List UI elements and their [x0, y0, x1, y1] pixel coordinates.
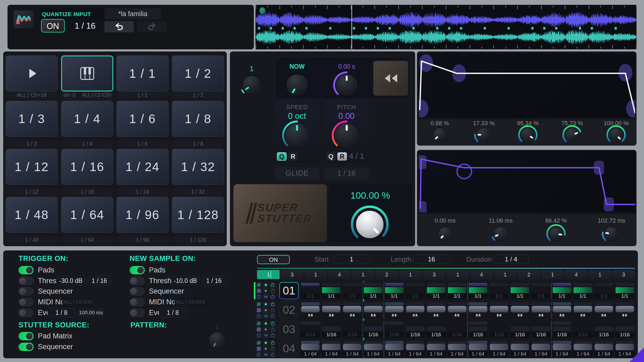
step-count-cell[interactable]: 1 [305, 270, 327, 279]
offset-knob[interactable] [331, 70, 362, 100]
clipboard-icon[interactable] [270, 346, 275, 351]
step-count-cell[interactable]: 4 [328, 270, 351, 279]
pad-1/48[interactable]: 1 / 48 [6, 197, 58, 233]
trigger-field[interactable]: 1 / 8 [47, 308, 75, 317]
pattern-row-number[interactable]: 02 [279, 301, 299, 319]
sequencer-cell[interactable]: 1/16 [384, 321, 404, 338]
sequencer-cell[interactable]: 1/16 [510, 321, 530, 338]
start-field[interactable]: 1 [333, 255, 370, 264]
step-count-cell[interactable]: 1 [589, 270, 611, 279]
pattern-knob[interactable] [204, 328, 230, 353]
sequencer-cell[interactable]: 1 / 64 [510, 340, 530, 357]
speed-relative-button[interactable]: R [288, 152, 298, 161]
pad-1/16[interactable]: 1 / 16 [61, 149, 113, 185]
pad-1/1[interactable]: 1 / 1 [116, 56, 169, 91]
bars-icon[interactable] [263, 352, 268, 357]
trigger-toggle-midi-notes[interactable] [19, 298, 34, 306]
sequencer-cell[interactable] [615, 301, 635, 319]
trigger-toggle-pads[interactable] [19, 266, 34, 274]
speed-quantize-button[interactable]: Q [277, 152, 287, 161]
step-count-cell[interactable]: 4 [470, 270, 493, 279]
sequencer-cell[interactable]: 1/16 [321, 321, 341, 338]
bars-icon[interactable] [263, 333, 268, 338]
sequencer-cell[interactable]: 1 / 64 [468, 340, 488, 357]
trigger-field[interactable]: 1 / 16 [88, 276, 111, 285]
duration-field[interactable]: 1 / 4 [493, 255, 529, 264]
sequencer-cell[interactable]: 1/16 [300, 321, 320, 338]
glide-button[interactable]: GLIDE [275, 167, 319, 179]
newsample-field[interactable]: 1 / 16 [202, 276, 225, 285]
sequencer-cell[interactable]: 1/1 [531, 282, 551, 299]
step-count-cell[interactable]: 3 [423, 270, 445, 279]
sequencer-cell[interactable]: 1/1 [594, 282, 614, 299]
sequencer-cell[interactable]: 1 / 64 [489, 340, 509, 357]
newsample-toggle-pads[interactable] [130, 266, 145, 274]
circle-icon[interactable] [263, 282, 268, 287]
sequencer-cell[interactable]: 1/16 [594, 321, 614, 338]
sequencer-cell[interactable]: 1/16 [552, 321, 572, 338]
env-knob[interactable] [472, 123, 495, 146]
length-field[interactable]: 16 [413, 255, 450, 264]
trigger-field[interactable]: -30.0 dB [57, 276, 85, 285]
play-icon[interactable] [263, 288, 268, 293]
envelope-handle[interactable] [419, 155, 427, 169]
pad-1/128[interactable]: 1 / 128 [172, 197, 224, 233]
sequencer-cell[interactable]: 1/1 [321, 282, 341, 299]
sequencer-cell[interactable] [594, 301, 614, 319]
sequencer-cell[interactable] [573, 301, 593, 319]
play-icon[interactable] [263, 307, 268, 313]
copy-icon[interactable] [256, 340, 261, 345]
pad-1/32[interactable]: 1 / 32 [172, 149, 224, 185]
step-count-cell[interactable]: 4 [565, 270, 587, 279]
sequencer-cell[interactable] [384, 301, 404, 319]
sequencer-cell[interactable]: 1/1 [300, 282, 320, 299]
undo-button[interactable] [104, 21, 134, 32]
trigger-toggle-threshold[interactable] [19, 277, 34, 285]
pad-1/96[interactable]: 1 / 96 [116, 197, 169, 233]
clipboard-icon[interactable] [270, 333, 275, 338]
play-icon[interactable] [263, 346, 268, 351]
clipboard-icon[interactable] [270, 294, 275, 299]
sequencer-cell[interactable]: 1 / 64 [342, 340, 362, 357]
preset-name-display[interactable]: *la familia [104, 8, 161, 19]
sequencer-cell[interactable]: 1/16 [405, 321, 425, 338]
sequencer-cell[interactable]: 1 / 64 [531, 340, 551, 357]
circle-icon[interactable] [263, 301, 268, 307]
plugin-logo-tile[interactable] [14, 10, 34, 28]
clipboard-icon[interactable] [256, 313, 261, 319]
env-knob[interactable] [605, 123, 628, 146]
redo-button[interactable] [137, 21, 167, 32]
sequencer-cell[interactable]: 1 / 64 [594, 340, 614, 357]
envelope-view-bottom[interactable] [419, 151, 635, 212]
step-count-cell[interactable]: 1 [399, 270, 422, 279]
dice-icon[interactable] [256, 288, 261, 293]
sequencer-cell[interactable]: 1/16 [573, 321, 593, 338]
sequencer-cell[interactable] [426, 301, 446, 319]
newsample-field[interactable]: 1 / 8 [159, 308, 187, 317]
quantize-division-button[interactable]: 1 / 16 [68, 19, 102, 32]
sequencer-cell[interactable] [510, 301, 530, 319]
copy-icon[interactable] [256, 282, 261, 287]
newsample-toggle-midi-notes[interactable] [130, 298, 145, 306]
retrigger-knob[interactable] [238, 71, 265, 99]
sequencer-cell[interactable]: 1/1 [384, 282, 404, 299]
circle-icon[interactable] [263, 321, 268, 326]
env-knob[interactable] [561, 123, 584, 146]
env-knob[interactable] [544, 222, 568, 245]
clipboard-icon[interactable] [256, 333, 261, 338]
step-count-cell[interactable]: 1 [494, 270, 517, 279]
sequencer-cell[interactable] [342, 301, 362, 319]
circle-icon[interactable] [263, 340, 268, 345]
sequencer-cell[interactable] [531, 301, 551, 319]
pattern-row-number[interactable]: 03 [279, 321, 299, 338]
pitch-ratio-value[interactable]: 4 / 1 [349, 152, 368, 160]
volume-knob[interactable] [349, 204, 390, 245]
sequencer-cell[interactable]: 1 / 64 [321, 340, 341, 357]
sequencer-cell[interactable]: 1 / 64 [447, 340, 467, 357]
clipboard-icon[interactable] [270, 282, 275, 287]
sequencer-cell[interactable]: 1/1 [447, 282, 467, 299]
sequencer-cell[interactable]: 1/16 [447, 321, 467, 338]
dice-icon[interactable] [256, 327, 261, 332]
sequencer-cell[interactable]: 1/1 [510, 282, 530, 299]
trigger-field[interactable]: 100.00 ms [78, 308, 104, 317]
